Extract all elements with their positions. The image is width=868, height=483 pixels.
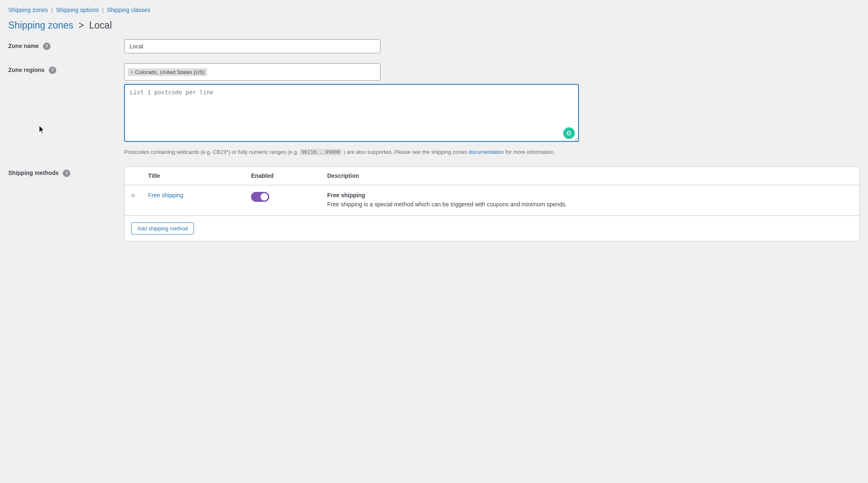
- postcode-hint-pre: Postcodes containing wildcards (e.g. CB2…: [124, 149, 298, 155]
- nav-separator-1: |: [51, 7, 53, 13]
- nav-tab-shipping-zones[interactable]: Shipping zones: [8, 7, 48, 13]
- breadcrumb-parent-link[interactable]: Shipping zones: [8, 20, 73, 31]
- postcode-hint-doc-link[interactable]: documentation: [469, 149, 504, 155]
- shipping-methods-section: Shipping methods ? Title Enabled Descrip…: [8, 166, 860, 242]
- add-method-cell: Add shipping method: [124, 215, 859, 241]
- method-name-link[interactable]: Free shipping: [148, 192, 183, 198]
- method-desc-title: Free shipping: [327, 192, 853, 198]
- region-tag-label: Colorado, United States (US): [135, 69, 205, 75]
- regions-select-box[interactable]: × Colorado, United States (US): [124, 63, 380, 81]
- table-cell-title: Free shipping: [141, 185, 244, 215]
- region-tag-remove-icon[interactable]: ×: [130, 69, 134, 75]
- drag-handle-icon[interactable]: ≡: [131, 192, 135, 199]
- nav-tab-shipping-options[interactable]: Shipping options: [56, 7, 99, 13]
- shipping-methods-table: Title Enabled Description ≡ Free shippin…: [124, 167, 859, 241]
- zone-regions-input-col: × Colorado, United States (US) G Postcod…: [124, 63, 860, 156]
- table-cell-enabled: [244, 185, 320, 215]
- breadcrumb: Shipping zones > Local: [8, 20, 860, 31]
- nav-tabs: Shipping zones | Shipping options | Ship…: [8, 7, 860, 13]
- table-row: ≡ Free shipping Free shipping: [124, 185, 859, 215]
- zone-regions-label: Zone regions: [8, 67, 45, 73]
- zone-regions-section: Zone regions ? × Colorado, United States…: [8, 63, 860, 156]
- nav-tab-shipping-classes[interactable]: Shipping classes: [107, 7, 151, 13]
- table-header-title: Title: [141, 167, 244, 185]
- nav-separator-2: |: [102, 7, 104, 13]
- table-cell-drag: ≡: [124, 185, 141, 215]
- zone-name-help-icon[interactable]: ?: [43, 43, 50, 50]
- zone-name-input-col: [124, 39, 860, 53]
- add-shipping-method-button[interactable]: Add shipping method: [131, 222, 194, 234]
- breadcrumb-separator: >: [79, 20, 84, 31]
- add-method-row: Add shipping method: [124, 215, 859, 241]
- region-tag-colorado: × Colorado, United States (US): [128, 68, 207, 76]
- shipping-methods-label: Shipping methods: [8, 170, 59, 176]
- postcode-hint-post: ) are also supported. Please see the shi…: [343, 149, 467, 155]
- zone-name-section: Zone name ?: [8, 39, 860, 53]
- shipping-methods-help-icon[interactable]: ?: [63, 170, 70, 177]
- postcode-textarea-wrapper: G: [124, 84, 579, 143]
- zone-name-input[interactable]: [124, 39, 380, 53]
- shipping-methods-label-col: Shipping methods ?: [8, 166, 124, 177]
- zone-name-label: Zone name: [8, 43, 39, 49]
- table-header-enabled: Enabled: [244, 167, 320, 185]
- table-header-drag: [124, 167, 141, 185]
- table-cell-description: Free shipping Free shipping is a special…: [320, 185, 859, 215]
- zone-name-label-col: Zone name ?: [8, 39, 124, 50]
- table-header-row: Title Enabled Description: [124, 167, 859, 185]
- shipping-methods-table-wrapper: Title Enabled Description ≡ Free shippin…: [124, 166, 860, 242]
- breadcrumb-current: Local: [89, 20, 112, 31]
- grammarly-icon[interactable]: G: [563, 127, 575, 139]
- postcode-textarea[interactable]: [124, 84, 579, 142]
- postcode-hint-code: 90210...99000: [300, 149, 342, 155]
- table-header-description: Description: [320, 167, 859, 185]
- toggle-slider: [251, 192, 269, 202]
- zone-regions-label-col: Zone regions ?: [8, 63, 124, 74]
- zone-regions-help-icon[interactable]: ?: [49, 67, 56, 74]
- postcode-hint-end: for more information.: [505, 149, 555, 155]
- method-enabled-toggle[interactable]: [251, 192, 269, 202]
- method-desc-text: Free shipping is a special method which …: [327, 200, 853, 209]
- postcode-hint: Postcodes containing wildcards (e.g. CB2…: [124, 148, 579, 156]
